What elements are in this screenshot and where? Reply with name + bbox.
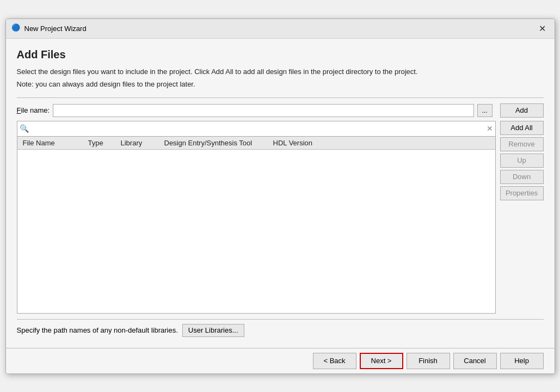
- description-line1: Select the design files you want to incl…: [17, 66, 544, 77]
- separator-top: [17, 97, 544, 98]
- file-name-input[interactable]: [53, 104, 473, 117]
- help-button[interactable]: Help: [500, 353, 544, 369]
- finish-button[interactable]: Finish: [407, 353, 450, 369]
- title-bar-left: 🔵 New Project Wizard: [11, 23, 87, 33]
- table-header: File Name Type Library Design Entry/Synt…: [17, 137, 495, 150]
- libraries-text: Specify the path names of any non-defaul…: [17, 326, 178, 334]
- table-body: [17, 150, 495, 313]
- title-bar: 🔵 New Project Wizard ✕: [6, 19, 555, 39]
- libraries-row: Specify the path names of any non-defaul…: [17, 324, 544, 337]
- right-buttons: Add: [500, 103, 544, 118]
- file-table: File Name Type Library Design Entry/Synt…: [17, 136, 496, 314]
- browse-button[interactable]: ...: [477, 104, 493, 117]
- search-input[interactable]: [31, 125, 484, 133]
- side-buttons: Add All Remove Up Down Properties: [500, 121, 544, 314]
- file-name-row: File name: ... Add: [17, 103, 544, 118]
- description-line2: Note: you can always add design files to…: [17, 79, 544, 90]
- col-header-filename: File Name: [20, 139, 85, 147]
- search-clear-icon[interactable]: ✕: [487, 124, 493, 133]
- col-header-type: Type: [85, 139, 118, 147]
- dialog-body: Add Files Select the design files you wa…: [6, 39, 555, 348]
- up-button[interactable]: Up: [500, 154, 544, 168]
- next-button[interactable]: Next >: [360, 353, 403, 369]
- user-libraries-button[interactable]: User Libraries...: [182, 324, 244, 337]
- search-row: 🔍 ✕: [17, 121, 496, 136]
- cancel-button[interactable]: Cancel: [453, 353, 497, 369]
- page-heading: Add Files: [17, 48, 544, 61]
- col-header-hdl: HDL Version: [270, 139, 324, 147]
- col-header-library: Library: [118, 139, 161, 147]
- remove-button[interactable]: Remove: [500, 137, 544, 151]
- add-all-button[interactable]: Add All: [500, 121, 544, 135]
- search-and-table: 🔍 ✕ File Name Type Library Design Entry/…: [17, 121, 496, 314]
- dialog-title: New Project Wizard: [24, 24, 87, 33]
- close-button[interactable]: ✕: [536, 22, 549, 35]
- properties-button[interactable]: Properties: [500, 186, 544, 200]
- footer: < Back Next > Finish Cancel Help: [6, 348, 555, 373]
- content-area: 🔍 ✕ File Name Type Library Design Entry/…: [17, 121, 544, 314]
- separator-bottom: [17, 319, 544, 320]
- col-header-design: Design Entry/Synthesis Tool: [161, 139, 270, 147]
- new-project-wizard-dialog: 🔵 New Project Wizard ✕ Add Files Select …: [5, 19, 555, 374]
- add-button[interactable]: Add: [500, 103, 544, 118]
- back-button[interactable]: < Back: [313, 353, 356, 369]
- app-icon: 🔵: [11, 23, 21, 33]
- down-button[interactable]: Down: [500, 170, 544, 184]
- search-icon: 🔍: [20, 124, 29, 133]
- file-name-label: File name:: [17, 106, 50, 114]
